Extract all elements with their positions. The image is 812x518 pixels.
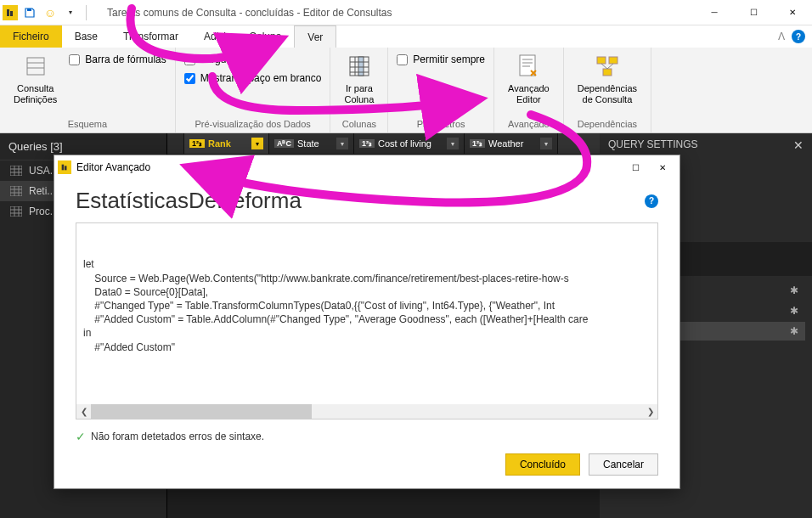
help-icon[interactable]: ? bbox=[792, 30, 805, 43]
close-button[interactable]: ✕ bbox=[773, 0, 812, 25]
scroll-thumb[interactable] bbox=[91, 404, 312, 419]
svg-rect-3 bbox=[27, 58, 44, 75]
fixed-width-checkbox[interactable]: Largura fixa bbox=[184, 53, 322, 65]
scroll-right-icon[interactable]: ❯ bbox=[643, 404, 657, 419]
table-icon bbox=[10, 166, 22, 176]
svg-rect-26 bbox=[10, 186, 22, 196]
svg-rect-21 bbox=[10, 166, 22, 176]
dialog-close-button[interactable]: ✕ bbox=[649, 158, 676, 177]
maximize-button[interactable]: ☐ bbox=[734, 0, 773, 25]
app-icon bbox=[58, 160, 71, 174]
done-button[interactable]: Concluído bbox=[505, 453, 580, 476]
gear-icon[interactable]: ✱ bbox=[790, 284, 798, 296]
horizontal-scrollbar[interactable]: ❮ ❯ bbox=[76, 404, 657, 419]
emoji-icon[interactable]: ☺ bbox=[42, 4, 59, 21]
tab-home[interactable]: Base bbox=[62, 25, 110, 48]
cancel-button[interactable]: Cancelar bbox=[589, 453, 658, 476]
tab-view[interactable]: Ver bbox=[294, 25, 336, 48]
group-label-preview: Pré-visualização dos Dados bbox=[184, 117, 322, 129]
table-icon bbox=[10, 186, 22, 196]
chevron-down-icon[interactable]: ▾ bbox=[336, 138, 348, 149]
advanced-editor-button[interactable]: Avançado Editor bbox=[503, 51, 555, 107]
syntax-status: ✓ Não foram detetados erros de sintaxe. bbox=[76, 430, 658, 443]
svg-rect-37 bbox=[65, 166, 67, 170]
chevron-down-icon[interactable]: ▾ bbox=[540, 138, 552, 149]
check-icon: ✓ bbox=[76, 430, 86, 443]
gear-icon[interactable]: ✱ bbox=[790, 305, 798, 317]
column-header[interactable]: AᴮC State ▾ bbox=[269, 133, 354, 154]
group-label-deps: Dependências bbox=[572, 117, 642, 129]
scroll-left-icon[interactable]: ❮ bbox=[76, 404, 91, 419]
svg-rect-18 bbox=[603, 69, 612, 76]
tab-add-column[interactable]: Adicionar Coluna bbox=[191, 25, 294, 48]
svg-rect-31 bbox=[10, 206, 22, 217]
svg-rect-16 bbox=[597, 57, 606, 64]
column-header[interactable]: 1²₃ Weather ▾ bbox=[465, 133, 558, 154]
help-icon[interactable]: ? bbox=[645, 194, 658, 208]
always-allow-checkbox[interactable]: Permitir sempre bbox=[397, 53, 485, 65]
titlebar: ☺ ▾ Tarefas comuns de Consulta - concluí… bbox=[0, 0, 812, 25]
code-editor[interactable]: let Source = Web.Page(Web.Contents("http… bbox=[76, 222, 658, 419]
dialog-maximize-button[interactable]: ☐ bbox=[622, 158, 649, 177]
svg-rect-7 bbox=[358, 57, 364, 76]
minimize-button[interactable]: ─ bbox=[695, 0, 734, 25]
svg-line-19 bbox=[601, 64, 607, 69]
query-dependencies-button[interactable]: Dependências de Consulta bbox=[572, 51, 642, 107]
table-icon bbox=[10, 206, 22, 217]
qat-dropdown[interactable]: ▾ bbox=[62, 4, 79, 21]
query-settings-button[interactable]: Consulta Definições bbox=[8, 51, 62, 107]
row-header[interactable] bbox=[167, 133, 184, 154]
svg-rect-1 bbox=[10, 11, 13, 16]
ribbon-collapse-icon[interactable]: ᐱ bbox=[778, 31, 785, 42]
formula-bar-checkbox[interactable]: Barra de fórmulas bbox=[69, 53, 166, 65]
svg-line-20 bbox=[607, 64, 613, 69]
dialog-titlebar[interactable]: Editor Avançado ☐ ✕ bbox=[54, 155, 679, 179]
go-to-column-button[interactable]: Ir para Coluna bbox=[339, 51, 379, 107]
chevron-down-icon[interactable]: ▾ bbox=[251, 138, 263, 149]
column-header[interactable]: 1²₃ Cost of living ▾ bbox=[354, 133, 465, 154]
app-icon bbox=[3, 5, 18, 20]
svg-rect-2 bbox=[27, 8, 31, 11]
tab-file[interactable]: Ficheiro bbox=[0, 25, 62, 48]
group-label-advanced: Avançado bbox=[503, 117, 555, 129]
save-button[interactable] bbox=[21, 4, 38, 21]
settings-title: QUERY SETTINGS bbox=[608, 138, 698, 152]
ribbon: Consulta Definições Barra de fórmulas Es… bbox=[0, 48, 812, 133]
show-whitespace-checkbox[interactable]: Mostrar espaço em branco bbox=[184, 72, 322, 84]
tab-transform[interactable]: Transformar bbox=[110, 25, 191, 48]
dialog-title: Editor Avançado bbox=[71, 161, 622, 173]
window-title: Tarefas comuns de Consulta - concluídas … bbox=[90, 7, 695, 19]
advanced-editor-dialog: Editor Avançado ☐ ✕ EstatísticasDeReform… bbox=[54, 155, 680, 489]
svg-rect-36 bbox=[62, 165, 65, 171]
svg-rect-0 bbox=[7, 9, 9, 16]
column-header[interactable]: 1²₃ Rank ▾ bbox=[184, 133, 269, 154]
menu-tabs: Ficheiro Base Transformar Adicionar Colu… bbox=[0, 25, 812, 48]
group-label-layout: Esquema bbox=[8, 117, 166, 129]
svg-rect-17 bbox=[609, 57, 617, 64]
dialog-heading: EstatísticasDeReforma bbox=[76, 188, 302, 214]
group-label-columns: Colunas bbox=[339, 117, 379, 129]
chevron-down-icon[interactable]: ▾ bbox=[447, 138, 459, 149]
gear-icon[interactable]: ✱ bbox=[790, 325, 798, 337]
close-icon[interactable]: ✕ bbox=[793, 138, 804, 152]
group-label-parameters: Parâmetros bbox=[397, 117, 485, 129]
